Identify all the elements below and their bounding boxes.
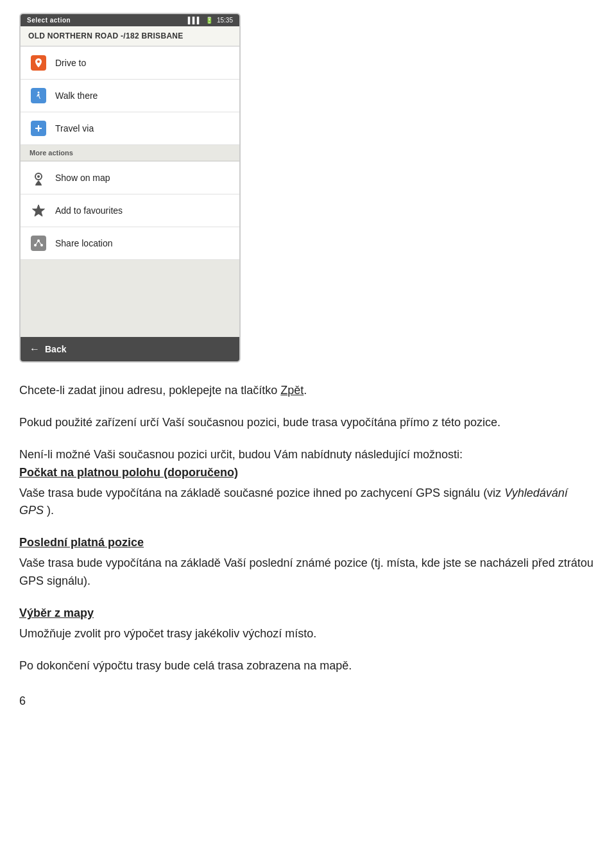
drive-label: Drive to bbox=[55, 58, 86, 68]
phone-mockup: Select action ▌▌▌ 🔋 15:35 OLD NORTHERN R… bbox=[19, 13, 241, 363]
more-actions-section: Show on map Add to favourites bbox=[21, 161, 239, 260]
travel-icon bbox=[31, 121, 46, 136]
paragraph-1: Chcete-li zadat jinou adresu, poklepejte… bbox=[19, 382, 597, 400]
svg-line-9 bbox=[38, 241, 42, 245]
menu-item-drive[interactable]: Drive to bbox=[21, 46, 239, 80]
paragraph-4: Poslední platná pozice Vaše trasa bude v… bbox=[19, 534, 597, 590]
show-map-icon-container bbox=[30, 169, 47, 187]
time-display: 15:35 bbox=[217, 17, 233, 24]
heading-last-position: Poslední platná pozice bbox=[19, 534, 597, 552]
paragraph-5: Výběr z mapy Umožňuje zvolit pro výpočet… bbox=[19, 605, 597, 643]
walk-icon bbox=[31, 88, 46, 103]
walk-label: Walk there bbox=[55, 90, 98, 101]
svg-marker-4 bbox=[33, 205, 45, 216]
travel-svg bbox=[33, 123, 44, 134]
menu-item-travel[interactable]: Travel via bbox=[21, 112, 239, 145]
heading-wait-gps: Počkat na platnou polohu (doporučeno) bbox=[19, 464, 597, 482]
star-svg bbox=[31, 203, 46, 218]
back-button-bar[interactable]: ← Back bbox=[21, 337, 239, 361]
menu-item-walk[interactable]: Walk there bbox=[21, 80, 239, 112]
signal-icon: ▌▌▌ bbox=[188, 17, 201, 24]
favourites-label: Add to favourites bbox=[55, 205, 123, 216]
drive-icon bbox=[31, 55, 46, 71]
drive-svg bbox=[33, 58, 44, 68]
share-label: Share location bbox=[55, 238, 113, 248]
svg-line-8 bbox=[35, 241, 38, 245]
primary-menu-section: Drive to Walk there bbox=[21, 46, 239, 145]
gps-link-italic: Vyhledávání GPS bbox=[19, 487, 568, 517]
phone-spacer bbox=[21, 260, 239, 337]
share-svg bbox=[33, 238, 44, 248]
more-actions-header: More actions bbox=[21, 145, 239, 161]
favourites-icon bbox=[31, 203, 46, 218]
favourites-icon-container bbox=[30, 202, 47, 220]
heading-map-select: Výběr z mapy bbox=[19, 605, 597, 623]
travel-label: Travel via bbox=[55, 123, 94, 134]
show-map-label: Show on map bbox=[55, 173, 110, 183]
svg-point-1 bbox=[37, 127, 40, 130]
phone-status-icons: ▌▌▌ 🔋 15:35 bbox=[188, 17, 233, 24]
travel-icon-container bbox=[30, 119, 47, 137]
back-label: Back bbox=[45, 344, 66, 354]
walk-svg bbox=[33, 90, 44, 101]
menu-item-share[interactable]: Share location bbox=[21, 227, 239, 260]
back-arrow-icon: ← bbox=[30, 343, 40, 355]
svg-point-3 bbox=[37, 175, 40, 178]
page-number: 6 bbox=[19, 694, 597, 708]
paragraph-6: Po dokončení výpočtu trasy bude celá tra… bbox=[19, 657, 597, 675]
walk-icon-container bbox=[30, 87, 47, 105]
show-map-icon bbox=[31, 170, 46, 185]
zpet-link[interactable]: Zpět bbox=[280, 384, 304, 397]
content-area: Chcete-li zadat jinou adresu, poklepejte… bbox=[19, 382, 597, 708]
menu-item-show-map[interactable]: Show on map bbox=[21, 161, 239, 194]
location-bar: OLD NORTHERN ROAD -/182 BRISBANE bbox=[21, 26, 239, 46]
phone-title: Select action bbox=[27, 17, 71, 24]
paragraph-3: Není-li možné Vaši současnou pozici urči… bbox=[19, 446, 597, 521]
share-icon bbox=[31, 236, 46, 251]
battery-icon: 🔋 bbox=[205, 17, 213, 24]
svg-point-0 bbox=[38, 92, 40, 94]
phone-body: Drive to Walk there bbox=[21, 46, 239, 361]
share-icon-container bbox=[30, 234, 47, 252]
paragraph-2: Pokud použité zařízení určí Vaší současn… bbox=[19, 414, 597, 432]
menu-item-favourites[interactable]: Add to favourites bbox=[21, 194, 239, 227]
drive-icon-container bbox=[30, 54, 47, 72]
phone-status-bar: Select action ▌▌▌ 🔋 15:35 bbox=[21, 14, 239, 26]
map-svg bbox=[31, 170, 46, 185]
